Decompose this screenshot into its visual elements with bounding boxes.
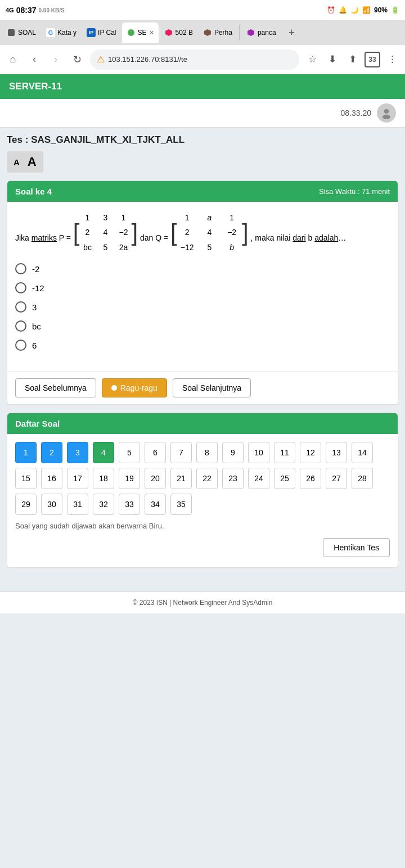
- number-btn-33[interactable]: 33: [119, 494, 140, 515]
- number-btn-18[interactable]: 18: [93, 468, 114, 489]
- more-menu-icon[interactable]: ⋮: [384, 51, 400, 68]
- add-tab-button[interactable]: +: [284, 25, 300, 40]
- number-btn-34[interactable]: 34: [145, 494, 166, 515]
- number-btn-14[interactable]: 14: [352, 442, 373, 463]
- matrix-q-r2c3: −2: [224, 225, 240, 239]
- hentikan-tes-button[interactable]: Hentikan Tes: [323, 538, 390, 557]
- daftar-soal-card: Daftar Soal 1234567891011121314151617181…: [7, 413, 398, 568]
- svg-marker-2: [165, 29, 172, 36]
- matrix-q-r2c2: 4: [202, 225, 218, 239]
- number-btn-7[interactable]: 7: [170, 442, 192, 463]
- tab-502b-icon: [164, 28, 173, 37]
- number-btn-1[interactable]: 1: [15, 442, 37, 463]
- radio-2[interactable]: [15, 282, 26, 293]
- number-btn-9[interactable]: 9: [222, 442, 244, 463]
- tab-soal[interactable]: SOAL: [2, 22, 40, 43]
- bookmark-icon[interactable]: ☆: [304, 51, 321, 68]
- number-btn-16[interactable]: 16: [41, 468, 62, 489]
- number-btn-35[interactable]: 35: [170, 494, 192, 515]
- number-btn-17[interactable]: 17: [67, 468, 88, 489]
- address-bar: ⌂ ‹ › ↻ ⚠ 103.151.226.70:8131//te ☆ ⬇ ⬆ …: [0, 45, 405, 74]
- radio-1[interactable]: [15, 263, 26, 274]
- page-footer: © 2023 ISN | Network Engineer And SysAdm…: [0, 591, 405, 613]
- number-btn-31[interactable]: 31: [67, 494, 88, 515]
- number-btn-2[interactable]: 2: [41, 442, 62, 463]
- matrix-q-grid: 1 a 1 2 4 −2 −12 5 b: [179, 211, 240, 254]
- tab-kata[interactable]: G Kata y: [42, 22, 81, 43]
- data-speed: 0.00 KB/S: [39, 7, 65, 13]
- radio-4[interactable]: [15, 320, 26, 332]
- matrix-p-grid: 1 3 1 2 4 −2 bc 5 2a: [82, 211, 129, 254]
- number-btn-12[interactable]: 12: [300, 442, 321, 463]
- font-small-button[interactable]: A: [14, 157, 20, 167]
- next-button[interactable]: Soal Selanjutnya: [173, 378, 251, 397]
- url-bar[interactable]: ⚠ 103.151.226.70:8131//te: [90, 49, 299, 70]
- number-btn-4[interactable]: 4: [93, 442, 114, 463]
- tab-panca[interactable]: panca: [242, 22, 281, 43]
- number-btn-30[interactable]: 30: [41, 494, 62, 515]
- number-btn-3[interactable]: 3: [67, 442, 88, 463]
- tab-panca-icon: [246, 28, 255, 37]
- number-btn-8[interactable]: 8: [196, 442, 218, 463]
- svg-marker-4: [248, 29, 254, 36]
- number-btn-26[interactable]: 26: [300, 468, 321, 489]
- download-icon[interactable]: ⬇: [324, 51, 341, 68]
- ragu-dot-icon: [111, 385, 117, 391]
- matrix-p-bracket-left: [: [73, 221, 80, 245]
- tab-se[interactable]: SE ✕: [122, 22, 159, 43]
- option-5[interactable]: 6: [15, 340, 390, 351]
- number-btn-5[interactable]: 5: [119, 442, 140, 463]
- url-text: 103.151.226.70:8131//te: [108, 55, 292, 64]
- tab-count-button[interactable]: 33: [364, 52, 380, 67]
- option-4[interactable]: bc: [15, 320, 390, 332]
- share-icon[interactable]: ⬆: [344, 51, 361, 68]
- question-and: dan Q =: [140, 233, 170, 242]
- daftar-footer: Hentikan Tes: [15, 538, 390, 559]
- number-btn-27[interactable]: 27: [326, 468, 347, 489]
- back-button[interactable]: ‹: [26, 51, 43, 68]
- font-large-button[interactable]: A: [28, 155, 37, 169]
- matrix-q-bracket-left: [: [170, 221, 177, 245]
- number-btn-22[interactable]: 22: [196, 468, 218, 489]
- footer-text: © 2023 ISN | Network Engineer And SysAdm…: [133, 599, 273, 607]
- option-2[interactable]: -12: [15, 282, 390, 293]
- number-btn-25[interactable]: 25: [274, 468, 295, 489]
- forward-button[interactable]: ›: [47, 51, 64, 68]
- tab-se-close-icon[interactable]: ✕: [149, 29, 154, 37]
- tab-perha[interactable]: Perha: [199, 22, 237, 43]
- tab-panca-label: panca: [258, 29, 276, 37]
- avatar: [377, 103, 396, 123]
- matrix-q-r2c1: 2: [179, 225, 195, 239]
- tab-502b[interactable]: 502 B: [160, 22, 197, 43]
- prev-button[interactable]: Soal Sebelumnya: [15, 378, 96, 397]
- radio-3[interactable]: [15, 301, 26, 313]
- option-1[interactable]: -2: [15, 263, 390, 274]
- number-btn-24[interactable]: 24: [248, 468, 269, 489]
- refresh-button[interactable]: ↻: [69, 51, 86, 68]
- number-btn-23[interactable]: 23: [222, 468, 244, 489]
- tab-ipcalc[interactable]: IP IP Cal: [82, 22, 120, 43]
- matrix-p-r3c1: bc: [82, 241, 93, 254]
- number-btn-6[interactable]: 6: [145, 442, 166, 463]
- option-3[interactable]: 3: [15, 301, 390, 313]
- status-bar: 4G 08:37 0.00 KB/S ⏰ 🔔 🌙 📶 90% 🔋: [0, 0, 405, 20]
- sisa-waktu: Sisa Waktu : 71 menit: [319, 187, 390, 196]
- matrix-p-r3c2: 5: [100, 241, 111, 254]
- number-btn-32[interactable]: 32: [93, 494, 114, 515]
- radio-5[interactable]: [15, 340, 26, 351]
- notification-icon: 🔔: [339, 6, 347, 14]
- number-btn-19[interactable]: 19: [119, 468, 140, 489]
- number-btn-15[interactable]: 15: [15, 468, 37, 489]
- number-btn-20[interactable]: 20: [145, 468, 166, 489]
- number-btn-28[interactable]: 28: [352, 468, 373, 489]
- tab-502b-label: 502 B: [176, 29, 193, 37]
- number-btn-11[interactable]: 11: [274, 442, 295, 463]
- ragu-ragu-button[interactable]: Ragu-ragu: [102, 378, 167, 397]
- matrix-p-r1c2: 3: [100, 211, 111, 224]
- number-btn-21[interactable]: 21: [170, 468, 192, 489]
- number-btn-13[interactable]: 13: [326, 442, 347, 463]
- question-number: Soal ke 4: [15, 187, 52, 196]
- home-button[interactable]: ⌂: [4, 51, 21, 68]
- number-btn-29[interactable]: 29: [15, 494, 37, 515]
- number-btn-10[interactable]: 10: [248, 442, 269, 463]
